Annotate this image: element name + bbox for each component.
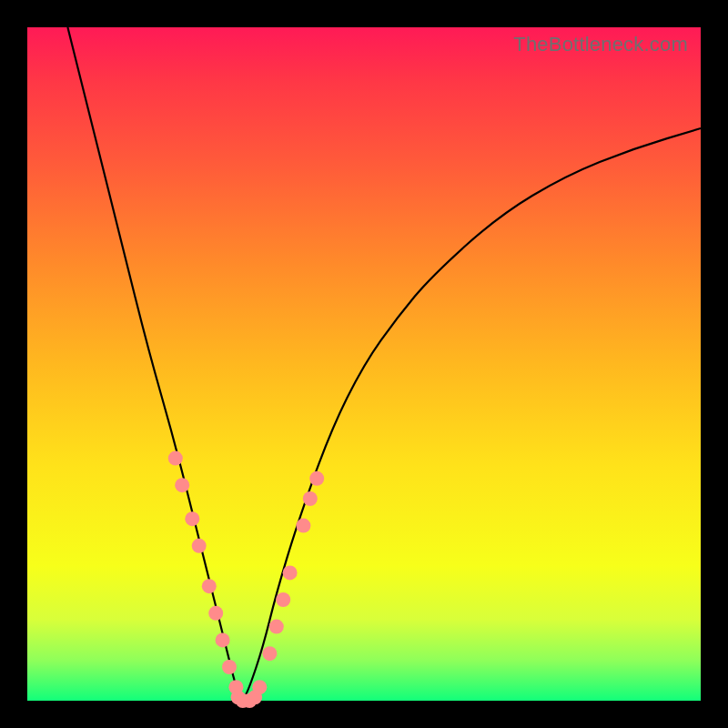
marker-dot: [208, 606, 223, 621]
marker-dot: [303, 491, 318, 506]
marker-dot: [262, 646, 277, 661]
marker-dot: [168, 451, 183, 466]
marker-dot: [185, 511, 199, 526]
marker-dot: [296, 519, 310, 533]
marker-dot: [269, 620, 284, 634]
marker-dot: [276, 592, 290, 607]
marker-dots: [168, 451, 324, 708]
bottleneck-curve: [27, 27, 701, 701]
marker-dot: [222, 660, 237, 674]
marker-dot: [216, 632, 230, 647]
chart-frame: TheBottleneck.com: [0, 0, 728, 728]
marker-dot: [175, 478, 189, 492]
marker-dot: [202, 579, 217, 593]
curve-path: [67, 27, 701, 697]
plot-area: TheBottleneck.com: [27, 27, 701, 701]
marker-dot: [192, 539, 207, 553]
marker-dot: [283, 565, 298, 580]
marker-dot: [309, 471, 324, 486]
marker-dot: [252, 680, 267, 694]
